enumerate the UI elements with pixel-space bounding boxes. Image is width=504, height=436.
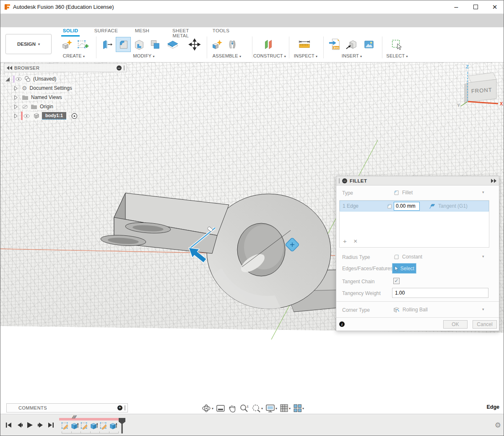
edge-set-row-selected[interactable]: 1 Edge Tangent (G1) <box>340 201 489 211</box>
timeline-settings-gear-icon[interactable]: ⚙ <box>495 421 501 430</box>
type-value[interactable]: Fillet <box>393 189 413 196</box>
viewport-canvas[interactable]: FRONT Z X Y BROWSER – <box>0 63 504 414</box>
timeline-playhead[interactable] <box>118 418 126 433</box>
group-create[interactable]: CREATE ▾ <box>56 53 91 58</box>
tangency-weight-input[interactable] <box>392 288 488 298</box>
pan-icon[interactable] <box>227 403 238 413</box>
tab-sheet-metal[interactable]: SHEET METAL <box>164 28 197 38</box>
look-at-icon[interactable] <box>215 404 226 413</box>
tab-tools[interactable]: TOOLS <box>211 28 231 33</box>
fillet-dialog[interactable]: – FILLET Type Fillet ▾ 1 Edge <box>336 176 499 331</box>
timeline-sketch-feature[interactable] <box>60 421 70 431</box>
timeline-sketch-feature[interactable] <box>99 421 108 431</box>
cancel-button[interactable]: Cancel <box>473 320 497 329</box>
expander-closed-icon[interactable] <box>13 95 18 100</box>
browser-panel-header[interactable]: BROWSER – <box>4 63 127 72</box>
maximize-button[interactable] <box>466 0 485 13</box>
joint-button[interactable] <box>225 37 239 52</box>
fillet-radius-input[interactable] <box>394 202 420 211</box>
browser-item-origin[interactable]: Origin <box>5 102 78 111</box>
radius-type-value[interactable]: Constant <box>393 253 422 260</box>
select-cursor-icon <box>394 266 399 272</box>
timeline-step-back-button[interactable] <box>16 421 24 429</box>
tangent-chain-checkbox[interactable]: ✓ <box>393 278 400 284</box>
select-edges-button[interactable]: Select <box>392 263 416 274</box>
collapse-panel-icon[interactable] <box>7 66 13 70</box>
browser-item-root[interactable]: (Unsaved) <box>5 74 78 84</box>
type-dropdown-caret[interactable]: ▾ <box>482 190 484 194</box>
insert-canvas-button[interactable] <box>362 37 376 52</box>
fillet-button[interactable] <box>116 37 130 52</box>
orbit-icon[interactable]: ▾ <box>201 403 214 413</box>
ground-target-icon[interactable] <box>71 113 78 119</box>
eye-icon[interactable] <box>16 77 22 81</box>
browser-item-body[interactable]: body1:1 <box>5 111 78 120</box>
dialog-options-icon[interactable]: – <box>342 178 347 183</box>
dialog-grip[interactable] <box>339 178 340 183</box>
eye-icon[interactable] <box>23 114 30 118</box>
eye-off-icon[interactable] <box>22 104 28 109</box>
new-body-button[interactable] <box>59 37 73 52</box>
group-insert[interactable]: INSERT ▾ <box>335 53 369 58</box>
zoom-icon[interactable]: ± <box>239 403 250 413</box>
combine-button[interactable] <box>148 37 162 52</box>
timeline-sketch-feature[interactable] <box>80 421 89 431</box>
timeline-play-button[interactable] <box>26 421 34 429</box>
corner-type-dropdown-caret[interactable]: ▾ <box>482 307 484 311</box>
measure-button[interactable] <box>297 37 312 52</box>
group-modify[interactable]: MODIFY ▾ <box>126 53 161 58</box>
expander-closed-icon[interactable] <box>13 113 18 119</box>
browser-item-named-views[interactable]: Named Views <box>5 93 78 102</box>
thicken-button[interactable] <box>166 37 180 52</box>
minimize-button[interactable]: – <box>447 0 466 13</box>
panel-grip[interactable] <box>124 65 125 70</box>
group-select[interactable]: SELECT ▾ <box>381 53 413 58</box>
close-button[interactable]: ✕ <box>485 0 504 13</box>
timeline-extrude-feature[interactable] <box>109 421 118 431</box>
dock-panel-icon[interactable] <box>491 179 496 183</box>
select-button[interactable] <box>390 37 404 52</box>
timeline-extrude-feature[interactable] <box>89 421 99 431</box>
browser-item-document-settings[interactable]: ⚙ Document Settings <box>5 84 78 93</box>
corner-type-value[interactable]: Rolling Ball <box>393 306 428 313</box>
expander-closed-icon[interactable] <box>13 86 18 91</box>
comments-bar[interactable]: COMMENTS + <box>6 403 128 413</box>
timeline-go-end-button[interactable] <box>47 421 55 429</box>
expander-open-icon[interactable] <box>5 76 10 82</box>
group-construct[interactable]: CONSTRUCT ▾ <box>249 53 291 58</box>
timeline-go-start-button[interactable] <box>5 421 13 429</box>
tab-solid[interactable]: SOLID <box>60 28 81 33</box>
create-sketch-button[interactable] <box>75 37 89 52</box>
group-assemble[interactable]: ASSEMBLE ▾ <box>207 53 247 58</box>
viewports-icon[interactable]: ▾ <box>292 403 305 413</box>
info-icon[interactable]: i <box>339 321 345 327</box>
timeline-step-forward-button[interactable] <box>36 421 45 429</box>
expander-closed-icon[interactable] <box>13 104 18 110</box>
workspace-switcher[interactable]: DESIGN ▾ <box>5 34 52 54</box>
grid-snap-icon[interactable]: ▾ <box>279 403 291 413</box>
tab-surface[interactable]: SURFACE <box>91 28 121 33</box>
add-edge-set-button[interactable]: + <box>343 238 347 245</box>
move-copy-button[interactable] <box>187 37 202 52</box>
display-settings-icon[interactable]: ▾ <box>265 403 278 413</box>
group-inspect[interactable]: INSPECT ▾ <box>289 53 322 58</box>
new-component-button[interactable] <box>209 37 223 52</box>
continuity-value[interactable]: Tangent (G1) <box>438 203 468 209</box>
view-cube[interactable]: FRONT Z X Y <box>455 63 504 110</box>
timeline-extrude-feature[interactable] <box>70 421 79 431</box>
insert-svg-button[interactable]: SVG <box>327 37 342 52</box>
comments-grip[interactable] <box>125 405 125 410</box>
shell-button[interactable] <box>132 37 146 52</box>
zoom-window-icon[interactable]: ▾ <box>251 403 264 413</box>
add-comment-icon[interactable]: + <box>117 405 122 410</box>
insert-derive-button[interactable] <box>344 37 359 52</box>
ok-button[interactable]: OK <box>443 320 468 329</box>
fillet-dialog-header[interactable]: – FILLET <box>336 176 499 185</box>
radius-type-dropdown-caret[interactable]: ▾ <box>482 254 484 258</box>
model-plate[interactable] <box>100 193 229 253</box>
panel-options-icon[interactable]: – <box>117 65 122 70</box>
remove-edge-set-button[interactable]: ✕ <box>353 238 358 245</box>
construct-plane-button[interactable] <box>261 37 275 52</box>
press-pull-button[interactable] <box>99 37 114 52</box>
tab-mesh[interactable]: MESH <box>133 28 151 33</box>
